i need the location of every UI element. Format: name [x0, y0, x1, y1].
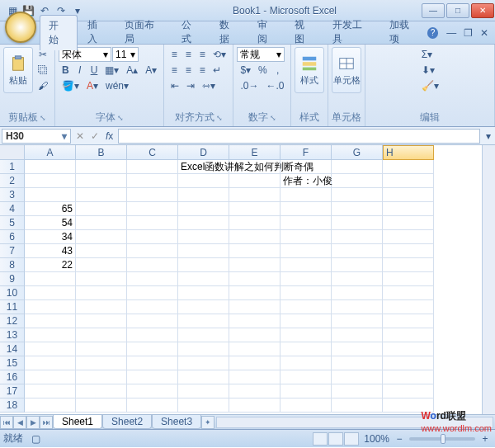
styles-button[interactable]: 样式	[295, 47, 324, 93]
row-header-17[interactable]: 17	[0, 384, 25, 398]
cell-E5[interactable]	[229, 216, 280, 230]
ribbon-tab-3[interactable]: 公式	[173, 15, 210, 50]
cell-G2[interactable]	[332, 174, 383, 188]
bold-button[interactable]: B	[59, 63, 73, 78]
wrap-text-button[interactable]: ↵	[210, 63, 224, 78]
align-center-button[interactable]: ≡	[182, 63, 195, 78]
cell-B5[interactable]	[76, 216, 127, 230]
cell-E8[interactable]	[229, 258, 280, 272]
row-header-4[interactable]: 4	[0, 202, 25, 216]
cell-F9[interactable]	[280, 272, 332, 286]
cell-C1[interactable]	[127, 160, 178, 174]
cell-D8[interactable]	[178, 258, 229, 272]
row-header-8[interactable]: 8	[0, 258, 25, 272]
maximize-button[interactable]: □	[446, 3, 469, 18]
cell-B16[interactable]	[76, 370, 127, 384]
decrease-indent-button[interactable]: ⇤	[167, 78, 182, 93]
column-header-C[interactable]: C	[127, 145, 178, 160]
cell-C2[interactable]	[127, 174, 178, 188]
sheet-tab-Sheet2[interactable]: Sheet2	[102, 415, 152, 429]
row-header-16[interactable]: 16	[0, 370, 25, 384]
cell-A13[interactable]	[25, 328, 76, 342]
help-icon[interactable]: ?	[427, 27, 439, 39]
close-button[interactable]: ✕	[471, 3, 494, 18]
cell-E10[interactable]	[229, 286, 280, 300]
cell-B6[interactable]	[76, 230, 127, 244]
ribbon-tab-5[interactable]: 审阅	[249, 15, 285, 50]
cell-E6[interactable]	[229, 230, 280, 244]
enter-formula-icon[interactable]: ✓	[87, 129, 102, 144]
fill-color-button[interactable]: 🪣▾	[59, 78, 82, 93]
cell-F10[interactable]	[280, 286, 332, 300]
cell-C18[interactable]	[127, 398, 178, 413]
cell-A7[interactable]: 43	[25, 244, 76, 258]
cell-H15[interactable]	[383, 356, 434, 370]
cell-B18[interactable]	[76, 398, 127, 413]
cell-H9[interactable]	[383, 272, 434, 286]
underline-button[interactable]: U	[87, 63, 101, 78]
cell-G4[interactable]	[332, 202, 383, 216]
cell-D13[interactable]	[178, 328, 229, 342]
row-header-13[interactable]: 13	[0, 328, 25, 342]
cell-C15[interactable]	[127, 356, 178, 370]
row-header-15[interactable]: 15	[0, 356, 25, 370]
cell-A11[interactable]	[25, 300, 76, 314]
column-header-G[interactable]: G	[332, 145, 383, 160]
cell-C11[interactable]	[127, 300, 178, 314]
cell-G18[interactable]	[332, 398, 383, 413]
cell-G12[interactable]	[332, 314, 383, 328]
decrease-decimal-button[interactable]: ←.0	[262, 78, 287, 93]
ribbon-tab-2[interactable]: 页面布局	[116, 15, 172, 50]
first-sheet-button[interactable]: ⏮	[0, 416, 13, 429]
cell-H2[interactable]	[383, 174, 434, 188]
cell-C13[interactable]	[127, 328, 178, 342]
cell-H8[interactable]	[383, 258, 434, 272]
cell-D2[interactable]	[178, 174, 229, 188]
cell-D18[interactable]	[178, 398, 229, 413]
cell-G15[interactable]	[332, 356, 383, 370]
macro-record-icon[interactable]: ▢	[31, 433, 40, 445]
column-header-A[interactable]: A	[25, 145, 76, 160]
cell-F5[interactable]	[280, 216, 332, 230]
cell-D14[interactable]	[178, 342, 229, 356]
currency-button[interactable]: $▾	[237, 63, 254, 78]
alignment-launcher-icon[interactable]: ⤡	[216, 114, 223, 122]
cell-B1[interactable]	[76, 160, 127, 174]
row-header-11[interactable]: 11	[0, 300, 25, 314]
column-header-H[interactable]: H	[383, 145, 434, 160]
ribbon-tab-0[interactable]: 开始	[40, 15, 78, 50]
cell-B4[interactable]	[76, 202, 127, 216]
cell-D7[interactable]	[178, 244, 229, 258]
office-button[interactable]	[5, 12, 36, 43]
cell-E16[interactable]	[229, 370, 280, 384]
select-all-corner[interactable]	[0, 145, 25, 160]
align-left-button[interactable]: ≡	[167, 63, 181, 78]
cell-H10[interactable]	[383, 286, 434, 300]
cell-F6[interactable]	[280, 230, 332, 244]
normal-view-button[interactable]	[313, 432, 328, 446]
cell-B3[interactable]	[76, 188, 127, 202]
cell-A10[interactable]	[25, 286, 76, 300]
cell-H17[interactable]	[383, 384, 434, 398]
phonetic-button[interactable]: wén▾	[102, 78, 132, 93]
row-header-18[interactable]: 18	[0, 398, 25, 413]
cell-F16[interactable]	[280, 370, 332, 384]
cell-G6[interactable]	[332, 230, 383, 244]
percent-button[interactable]: %	[255, 63, 271, 78]
format-painter-button[interactable]: 🖌	[35, 78, 51, 93]
cell-E4[interactable]	[229, 202, 280, 216]
cell-G1[interactable]	[332, 160, 383, 174]
clipboard-launcher-icon[interactable]: ⤡	[40, 114, 46, 122]
cell-F8[interactable]	[280, 258, 332, 272]
cell-G13[interactable]	[332, 328, 383, 342]
cell-A5[interactable]: 54	[25, 216, 76, 230]
ribbon-tab-8[interactable]: 加载项	[381, 15, 427, 50]
cell-H13[interactable]	[383, 328, 434, 342]
cell-F2[interactable]: 作者：小俊	[280, 174, 332, 188]
cell-B17[interactable]	[76, 384, 127, 398]
cell-A4[interactable]: 65	[25, 202, 76, 216]
increase-decimal-button[interactable]: .0→	[237, 78, 262, 93]
row-header-3[interactable]: 3	[0, 188, 25, 202]
cell-D5[interactable]	[178, 216, 229, 230]
cell-G14[interactable]	[332, 342, 383, 356]
